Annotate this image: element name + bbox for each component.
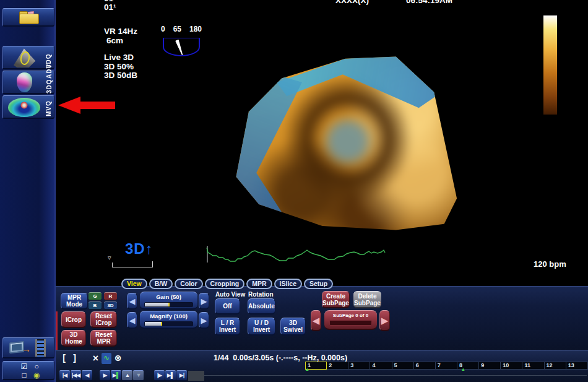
gain-label: 3D 50% [104,63,137,72]
magnify-increase-button[interactable]: ▶ [199,312,209,329]
echo-fan-icon [3,46,40,70]
3d-home-button[interactable]: 3D Home [61,330,86,347]
subpage-status-panel: SubPage 0 of 0 [324,310,377,330]
ecg-trace [206,245,410,266]
ecg-waveform [207,248,385,261]
gain-decrease-button[interactable]: ◀ [127,293,137,310]
compress-label: 3D 50dB [104,71,137,80]
mpr-mode-button[interactable]: MPR Mode [61,293,88,310]
skip-first-button[interactable]: |◀ [59,370,70,381]
speed-up-button[interactable]: ▲ [122,370,132,381]
gain-increase-button[interactable]: ▶ [199,293,209,310]
step-forward-button[interactable]: |▶ [154,370,165,381]
frame-segment[interactable]: 10 [501,362,522,370]
ud-invert-button[interactable]: U / D Invert [248,318,275,336]
tab-cropping[interactable]: Cropping [205,279,245,289]
left-toolbar: 3DQ 3DQADV MVQ → ☑ [0,0,56,382]
volume-render-3d[interactable] [226,51,480,248]
gain-slider-label: Gain (50) [140,293,197,300]
frame-segment[interactable]: 8 [457,362,479,370]
reset-mpr-button[interactable]: Reset MPR [90,330,117,347]
green-plane-button[interactable]: G [89,292,102,300]
frame-segment[interactable]: 5 [392,362,414,370]
delete-subpage-button[interactable]: Delete SubPage [353,291,381,308]
create-subpage-button[interactable]: Create SubPage [322,291,350,308]
3d-swivel-button[interactable]: 3D Swivel [280,318,306,336]
rotation-dial [163,38,200,56]
acquisition-time: 06:54:19AM [406,0,452,5]
play-pause-button[interactable]: ▶▌ [165,370,176,381]
frame-segment[interactable]: 6 [414,362,436,370]
subpage-next-button[interactable]: ▶ [379,310,390,331]
tab-color[interactable]: Color [175,279,202,289]
skip-last-button[interactable]: ▶| [176,370,187,381]
speed-display-box [188,371,204,381]
tab-setup[interactable]: Setup [304,279,333,289]
step-back-fast-button[interactable]: |◀◀ [71,370,81,381]
sidebar-item-label: 3DQADV [46,72,53,93]
frame-timeline[interactable]: 1 2 3 4 5 6 7 8 9 10 11 12 13 ▴ ▴ [305,362,588,370]
close-all-button[interactable]: ⊗ [113,353,123,364]
delete-clip-button[interactable]: × [90,353,101,364]
frame-segment[interactable]: 12 [545,362,566,370]
rotation-label: Rotation [248,291,274,298]
heart-rate-label: 120 bpm [534,259,566,269]
patient-folder-button[interactable] [2,8,54,27]
tab-bw[interactable]: B/W [149,279,173,289]
red-pointer-arrow [58,97,118,114]
frame-segment[interactable]: 4 [370,362,392,370]
clip-start-bracket-button[interactable]: [ [59,353,69,364]
scale-ruler: ▿ [108,255,157,270]
play-to-mark-button[interactable]: ▶▌ [111,370,121,381]
subpage-progress [329,320,372,326]
mode-label: Live 3D [104,53,137,63]
cine-status-bar: [ ] × ∿ ⊗ 1/44 0.00s/3.05s (-.----s, --H… [56,350,588,382]
frame-segment[interactable]: 2 [327,362,348,370]
red-plane-button[interactable]: R [104,292,117,300]
magnify-slider-label: Magnify (100) [140,313,197,319]
auto-view-button[interactable]: Off [215,298,240,315]
image-display-area: XXXX(X) 06:54:19AM 01¹ 01¹ VR 14Hz 6cm L… [56,0,588,286]
frame-segment[interactable]: 9 [479,362,501,370]
tab-mpr[interactable]: MPR [246,279,272,289]
ecg-toggle-button[interactable]: ∿ [102,353,111,364]
play-reverse-button[interactable]: ◀ [82,370,92,381]
frame-segment[interactable]: 3 [348,362,370,370]
frame-segment[interactable]: 7 [436,362,457,370]
clip-end-bracket-button[interactable]: ] [70,353,79,364]
capture-options-button[interactable]: ☑ ○ □ ◉ [2,361,54,380]
preset-annotation: 01¹ 01¹ [104,0,116,12]
speed-down-button[interactable]: ▼ [133,370,144,381]
control-panel: MPR Mode G R B 3D iCrop Reset iCrop 3D H… [56,286,588,350]
frame-segment[interactable]: 11 [522,362,544,370]
tissue-colormap-bar [543,15,557,115]
gain-slider[interactable]: Gain (50) [140,292,197,310]
3d-plane-button[interactable]: 3D [104,302,117,310]
sidebar-item-label: MVQ [45,99,52,116]
export-cine-button[interactable]: → [2,337,54,358]
magnify-slider[interactable]: Magnify (100) [140,311,197,329]
view-tab-bar: View B/W Color Cropping MPR iSlice Setup [121,279,333,289]
frame-segment[interactable]: 13 [566,362,588,370]
trigger-marker-icon: ▴ [306,366,309,372]
subpage-prev-button[interactable]: ◀ [311,310,321,331]
tab-view[interactable]: View [121,279,147,289]
sidebar-item-3dq-adv[interactable]: 3DQADV [2,71,54,94]
lr-invert-button[interactable]: L / R Invert [215,318,240,336]
tab-islice[interactable]: iSlice [274,279,302,289]
app-window: 3DQ 3DQADV MVQ → ☑ [0,0,588,382]
rotation-mode-button[interactable]: Absolute [248,298,275,315]
imaging-parameters: VR 14Hz 6cm Live 3D 3D 50% 3D 50dB [104,27,137,80]
export-movie-icon: → [3,338,55,359]
magnify-decrease-button[interactable]: ◀ [127,312,137,329]
gain-slider-fill [145,303,170,306]
frame-rate-label: VR 14Hz [104,27,137,37]
reset-icrop-button[interactable]: Reset iCrop [90,311,117,328]
patient-id-text: XXXX(X) [335,0,369,5]
blue-plane-button[interactable]: B [89,302,102,310]
volume-cone-icon [3,71,40,95]
magnify-slider-fill [145,322,162,326]
sidebar-item-mvq[interactable]: MVQ [2,95,54,119]
icrop-button[interactable]: iCrop [61,311,86,328]
play-button[interactable]: ▶ [100,370,110,381]
